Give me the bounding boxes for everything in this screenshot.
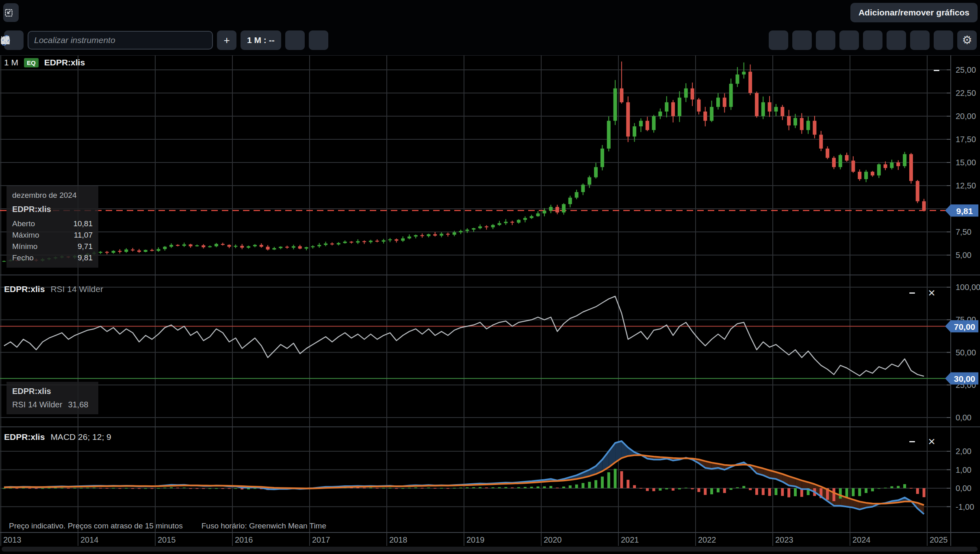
settings-button[interactable]: ⚙ (957, 30, 977, 50)
svg-text:2022: 2022 (698, 535, 716, 544)
svg-text:1,00: 1,00 (956, 465, 971, 474)
tooltip-row-close: Fecho9,81 (12, 252, 93, 264)
popout-window-button[interactable] (3, 3, 19, 22)
minimize-icon (934, 70, 939, 71)
svg-text:100,00: 100,00 (956, 283, 980, 292)
timezone-notice: Fuso horário: Greenwich Mean Time (202, 522, 326, 530)
macd-panel-header: EDPR:xlis MACD 26; 12; 9 (4, 432, 111, 442)
svg-text:2018: 2018 (389, 535, 408, 544)
svg-text:2021: 2021 (621, 535, 639, 544)
minimize-icon (909, 441, 915, 442)
interval-button[interactable]: 1 M : -- (241, 30, 281, 50)
svg-text:22,50: 22,50 (956, 89, 976, 97)
rsi-tooltip: EDPR:xlis RSI 14 Wilder 31,68 (7, 382, 98, 414)
tooltip-row-high: Máximo11,07 (12, 229, 93, 241)
svg-text:5,00: 5,00 (956, 251, 971, 260)
delay-notice: Preço indicativo. Preços com atraso de 1… (9, 522, 183, 530)
chart-type-button[interactable] (769, 30, 788, 50)
svg-text:2014: 2014 (80, 535, 99, 544)
minimize-icon (909, 292, 915, 294)
rsi-tooltip-symbol: EDPR:xlis (12, 387, 93, 396)
chart-legend: 1 M EQ EDPR:xlis (4, 58, 85, 67)
svg-text:2015: 2015 (158, 535, 176, 544)
svg-text:2024: 2024 (852, 535, 871, 544)
tooltip-row-low: Mínimo9,71 (12, 241, 93, 252)
zoom-in-button[interactable] (910, 30, 930, 50)
svg-text:7,50: 7,50 (956, 227, 971, 236)
macd-minimize-button[interactable] (907, 437, 917, 446)
svg-text:-1,00: -1,00 (956, 502, 974, 511)
svg-text:50,00: 50,00 (956, 348, 976, 357)
rsi-tooltip-value: 31,68 (68, 400, 88, 409)
visibility-button[interactable] (839, 30, 859, 50)
trendline-button[interactable] (816, 30, 835, 50)
svg-text:0,00: 0,00 (956, 413, 971, 422)
svg-text:12,50: 12,50 (956, 181, 976, 190)
svg-text:30,00: 30,00 (954, 374, 976, 383)
svg-text:2019: 2019 (466, 535, 485, 544)
svg-text:25,00: 25,00 (956, 65, 976, 74)
rsi-tooltip-label: RSI 14 Wilder (12, 400, 62, 409)
macd-close-button[interactable]: × (926, 436, 937, 447)
gear-icon: ⚙ (962, 35, 972, 46)
trading-chart-app: Adicionar/remover gráficos (0, 0, 980, 554)
svg-text:70,00: 70,00 (954, 322, 976, 331)
svg-text:2020: 2020 (544, 535, 562, 544)
indicators-button[interactable] (792, 30, 812, 50)
price-chart-panel[interactable]: 25,0022,5020,0017,5015,0012,5010,007,505… (0, 55, 980, 275)
price-panel-minimize-button[interactable] (931, 66, 942, 75)
rsi-indicator-label[interactable]: RSI 14 Wilder (50, 284, 103, 294)
rsi-symbol[interactable]: EDPR:xlis (4, 284, 45, 294)
svg-text:2013: 2013 (3, 535, 22, 544)
add-remove-charts-button[interactable]: Adicionar/remover gráficos (850, 3, 978, 22)
crosshair-button[interactable] (863, 30, 882, 50)
main-toolbar: + 1 M : -- (0, 25, 980, 56)
search-input[interactable] (33, 35, 207, 45)
tooltip-row-open: Aberto10,81 (12, 218, 93, 229)
top-bar: Adicionar/remover gráficos (0, 0, 980, 26)
toolbar-left-group: + 1 M : -- (4, 30, 328, 50)
snapshot-button[interactable] (934, 30, 953, 50)
rsi-chart-panel[interactable]: 100,0075,0050,0025,000,0070,0030,00 (0, 275, 980, 427)
popout-window-icon (3, 7, 14, 18)
macd-symbol[interactable]: EDPR:xlis (4, 432, 45, 442)
camera-icon (0, 35, 11, 45)
rsi-panel-header: EDPR:xlis RSI 14 Wilder (4, 284, 103, 294)
tooltip-symbol: EDPR:xlis (12, 205, 93, 214)
price-panel-controls (931, 66, 942, 75)
legend-symbol[interactable]: EDPR:xlis (44, 58, 85, 67)
tooltip-date: dezembro de 2024 (12, 191, 93, 200)
macd-indicator-label[interactable]: MACD 26; 12; 9 (50, 432, 111, 442)
equity-badge: EQ (24, 58, 39, 67)
instrument-search[interactable] (28, 31, 213, 50)
rsi-minimize-button[interactable] (907, 288, 917, 297)
time-axis[interactable]: 2013201420152016201720182019202020212022… (0, 532, 980, 546)
svg-text:2,00: 2,00 (956, 447, 971, 456)
refresh-button[interactable] (285, 30, 305, 50)
svg-text:2025: 2025 (930, 535, 948, 544)
add-instrument-button[interactable]: + (217, 30, 236, 50)
svg-text:9,81: 9,81 (956, 206, 973, 216)
legend-interval: 1 M (4, 58, 18, 67)
horizontal-scrollbar[interactable] (2, 547, 978, 552)
svg-text:2017: 2017 (312, 535, 330, 544)
rsi-panel-controls: × (907, 288, 937, 298)
rsi-close-button[interactable]: × (926, 288, 937, 298)
toolbar-right-group: ⚙ (769, 30, 977, 50)
ohlc-tooltip: dezembro de 2024 EDPR:xlis Aberto10,81 M… (7, 186, 98, 268)
svg-text:17,50: 17,50 (956, 135, 976, 144)
macd-panel-controls: × (907, 436, 937, 447)
svg-text:20,00: 20,00 (956, 112, 976, 121)
svg-text:0,00: 0,00 (956, 484, 971, 493)
svg-text:2023: 2023 (775, 535, 794, 544)
scale-settings-button[interactable] (887, 30, 906, 50)
svg-text:2016: 2016 (235, 535, 253, 544)
vertical-scale-button[interactable] (309, 30, 328, 50)
svg-text:15,00: 15,00 (956, 158, 976, 167)
status-bar: Preço indicativo. Preços com atraso de 1… (9, 522, 326, 530)
macd-chart-panel[interactable]: 2,001,000,00-1,00 (0, 427, 980, 532)
